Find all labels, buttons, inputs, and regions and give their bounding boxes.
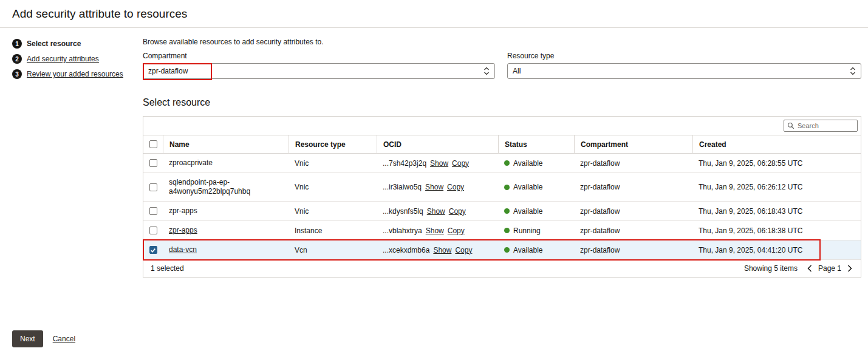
table-row[interactable]: zpr-apps Vnic ...kdysnfs5lq Show Copy Av… <box>143 202 861 221</box>
ocid-value: ...ir3iaiwo5q <box>383 183 422 191</box>
page-header: Add security attribute to resources <box>0 0 868 28</box>
status-dot-icon <box>504 247 510 253</box>
resource-type: Vnic <box>289 154 377 172</box>
resource-name-link[interactable]: zpr-apps <box>169 226 197 235</box>
resource-table-card: Name Resource type OCID Status Compartme… <box>143 116 861 278</box>
search-input[interactable] <box>798 122 854 129</box>
ocid-show-link[interactable]: Show <box>427 207 445 216</box>
row-compartment: zpr-dataflow <box>574 154 692 172</box>
compartment-filter: Compartment zpr-dataflow <box>143 52 495 79</box>
status-dot-icon <box>504 208 510 214</box>
resource-type-label: Resource type <box>507 52 861 60</box>
table-row-selected[interactable]: data-vcn Vcn ...xcekxdmb6a Show Copy Ava… <box>143 240 861 260</box>
row-checkbox[interactable] <box>149 227 157 234</box>
step-3-label: Review your added resources <box>27 70 123 78</box>
cancel-button[interactable]: Cancel <box>53 335 75 343</box>
page-prev-button[interactable] <box>806 264 813 273</box>
table-row[interactable]: zproacprivate Vnic ...7sh42p3j2q Show Co… <box>143 154 861 173</box>
pagination: Page 1 <box>806 264 853 273</box>
ocid-show-link[interactable]: Show <box>426 227 444 235</box>
table-toolbar <box>143 117 861 135</box>
column-header-compartment: Compartment <box>574 135 692 153</box>
table-footer: 1 selected Showing 5 items Page 1 <box>143 260 861 277</box>
select-all-checkbox[interactable] <box>149 140 157 148</box>
status-text: Available <box>513 207 542 216</box>
ocid-copy-link[interactable]: Copy <box>455 246 472 254</box>
row-compartment: zpr-dataflow <box>574 202 692 220</box>
resource-type: Vnic <box>289 202 377 220</box>
column-header-status: Status <box>498 135 574 153</box>
table-row[interactable]: sqlendpoint-pa-ep-a4wonyu5m22blpq7uhbq V… <box>143 173 861 202</box>
select-all-cell <box>143 135 163 153</box>
row-checkbox[interactable] <box>149 246 157 254</box>
ocid-value: ...vblahxtrya <box>383 227 422 235</box>
filters: Compartment zpr-dataflow Resource type A… <box>143 52 861 79</box>
page: Add security attribute to resources 1 Se… <box>0 0 868 351</box>
row-compartment: zpr-dataflow <box>574 221 692 240</box>
resource-type: Vnic <box>289 173 377 201</box>
table-row[interactable]: zpr-apps Instance ...vblahxtrya Show Cop… <box>143 221 861 240</box>
row-checkbox[interactable] <box>149 207 157 215</box>
stepper-step-review-resources[interactable]: 3 Review your added resources <box>12 69 143 79</box>
search-box[interactable] <box>784 120 858 132</box>
column-header-name: Name <box>163 135 289 153</box>
row-checkbox[interactable] <box>149 183 157 191</box>
ocid-copy-link[interactable]: Copy <box>452 159 469 168</box>
stepper-step-select-resource: 1 Select resource <box>12 39 143 49</box>
status-text: Available <box>513 246 542 254</box>
main-panel: Browse available resources to add securi… <box>143 38 861 278</box>
ocid-value: ...xcekxdmb6a <box>383 246 429 254</box>
select-updown-chevrons-icon <box>850 66 856 76</box>
resource-name-link[interactable]: data-vcn <box>169 245 197 254</box>
column-header-resource-type: Resource type <box>289 135 377 153</box>
resource-type: Vcn <box>289 240 377 259</box>
row-checkbox[interactable] <box>149 159 157 167</box>
row-created: Thu, Jan 9, 2025, 06:28:55 UTC <box>692 154 861 172</box>
intro-text: Browse available resources to add securi… <box>143 38 861 46</box>
step-2-number-icon: 2 <box>12 54 22 64</box>
ocid-copy-link[interactable]: Copy <box>449 207 466 216</box>
next-button[interactable]: Next <box>12 330 43 347</box>
status-text: Available <box>513 183 542 191</box>
row-created: Thu, Jan 9, 2025, 06:18:38 UTC <box>692 221 861 240</box>
compartment-select[interactable]: zpr-dataflow <box>143 63 495 79</box>
ocid-value: ...7sh42p3j2q <box>383 159 426 168</box>
page-title: Add security attribute to resources <box>12 7 856 21</box>
ocid-show-link[interactable]: Show <box>425 183 443 191</box>
section-title: Select resource <box>143 97 861 108</box>
table-header-row: Name Resource type OCID Status Compartme… <box>143 135 861 154</box>
resource-type-value: All <box>513 67 521 75</box>
resource-name: zpr-apps <box>163 202 289 220</box>
step-2-label: Add security attributes <box>27 55 99 63</box>
selected-count: 1 selected <box>151 264 184 273</box>
stepper-step-add-security-attributes[interactable]: 2 Add security attributes <box>12 54 143 64</box>
search-icon <box>787 122 795 129</box>
ocid-show-link[interactable]: Show <box>433 246 451 254</box>
step-3-number-icon: 3 <box>12 69 22 79</box>
ocid-value: ...kdysnfs5lq <box>383 207 423 216</box>
ocid-copy-link[interactable]: Copy <box>447 183 464 191</box>
resource-name: zproacprivate <box>163 154 289 172</box>
row-compartment: zpr-dataflow <box>574 240 692 259</box>
status-text: Available <box>513 159 542 168</box>
status-dot-icon <box>504 160 510 166</box>
status-text: Running <box>513 227 541 235</box>
row-created: Thu, Jan 9, 2025, 04:41:20 UTC <box>692 240 861 259</box>
step-1-number-icon: 1 <box>12 39 22 49</box>
column-header-ocid: OCID <box>377 135 498 153</box>
resource-type-filter: Resource type All <box>507 52 861 79</box>
row-created: Thu, Jan 9, 2025, 06:18:43 UTC <box>692 202 861 220</box>
status-dot-icon <box>504 185 510 190</box>
ocid-show-link[interactable]: Show <box>430 159 448 168</box>
wizard-actions: Next Cancel <box>12 330 75 347</box>
resource-type-select[interactable]: All <box>507 63 861 79</box>
page-next-button[interactable] <box>846 264 853 273</box>
row-created: Thu, Jan 9, 2025, 06:26:12 UTC <box>692 173 861 201</box>
row-compartment: zpr-dataflow <box>574 173 692 201</box>
column-header-created: Created <box>692 135 861 153</box>
compartment-value: zpr-dataflow <box>148 67 188 75</box>
resource-type: Instance <box>289 221 377 240</box>
content: 1 Select resource 2 Add security attribu… <box>0 28 868 278</box>
compartment-label: Compartment <box>143 52 495 60</box>
ocid-copy-link[interactable]: Copy <box>448 227 465 235</box>
